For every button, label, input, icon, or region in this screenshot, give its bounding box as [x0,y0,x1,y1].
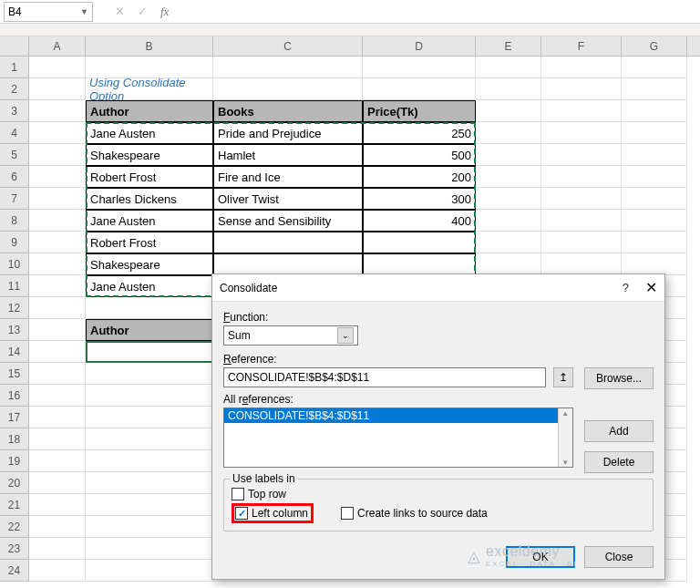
cell[interactable] [29,57,86,78]
row-header[interactable]: 11 [0,275,29,297]
table-cell[interactable]: Robert Frost [86,166,213,188]
cell[interactable] [86,407,213,428]
table-cell[interactable]: Oliver Twist [213,188,363,210]
row-header[interactable]: 17 [0,407,29,428]
chevron-down-icon[interactable]: ⌄ [337,327,354,344]
cell[interactable] [29,253,86,275]
cell[interactable] [622,100,687,122]
row-header[interactable]: 10 [0,253,29,275]
cell[interactable] [622,144,687,166]
cell[interactable] [622,57,687,78]
table-cell[interactable]: 400 [363,210,476,232]
ok-button[interactable]: OK [506,546,575,568]
delete-button[interactable]: Delete [584,451,654,473]
cell[interactable] [86,560,213,582]
select-all-corner[interactable] [0,36,29,56]
row-header[interactable]: 15 [0,363,29,385]
table-cell[interactable] [213,232,363,253]
collapse-dialog-icon[interactable]: ↥ [553,367,573,387]
cancel-icon[interactable]: ✕ [115,5,125,18]
function-select[interactable]: Sum ⌄ [223,325,358,346]
cell[interactable] [541,122,622,144]
row-header[interactable]: 4 [0,122,29,144]
table-cell[interactable]: 500 [363,144,476,166]
cell[interactable] [476,122,541,144]
row-header[interactable]: 7 [0,188,29,210]
allrefs-item[interactable]: CONSOLIDATE!$B$4:$D$11 [224,408,572,423]
cell[interactable] [541,232,622,253]
cell[interactable] [541,144,622,166]
cell[interactable] [29,122,86,144]
row-header[interactable]: 3 [0,100,29,122]
cell[interactable] [622,166,687,188]
cell[interactable] [476,144,541,166]
add-button[interactable]: Add [584,420,654,442]
cell[interactable] [29,341,86,363]
cell[interactable] [541,166,622,188]
cell[interactable] [86,516,213,538]
table-cell[interactable]: Robert Frost [86,232,213,253]
cell[interactable] [622,188,687,210]
cell[interactable] [29,188,86,210]
cell[interactable] [29,275,86,297]
table-cell[interactable]: Fire and Ice [213,166,363,188]
row-header[interactable]: 24 [0,560,29,582]
cell[interactable] [29,319,86,341]
cell[interactable] [476,166,541,188]
cell[interactable] [476,57,541,78]
table-cell[interactable]: Shakespeare [86,144,213,166]
table-cell[interactable]: 250 [363,122,476,144]
reference-input[interactable]: CONSOLIDATE!$B$4:$D$11 [223,367,546,387]
cell[interactable] [541,188,622,210]
help-icon[interactable]: ? [623,281,629,294]
table-cell[interactable]: Sense and Sensibility [213,210,363,232]
cell[interactable] [622,232,687,253]
row-header[interactable]: 18 [0,428,29,450]
summary-header-author[interactable]: Author [86,319,213,341]
row-header[interactable]: 23 [0,538,29,560]
row-header[interactable]: 19 [0,450,29,472]
cell[interactable] [86,297,213,319]
cell[interactable] [541,210,622,232]
scrollbar[interactable]: ▴▾ [558,408,572,467]
cell[interactable] [29,560,86,582]
title-cell[interactable]: Using Consolidate Option [86,78,213,100]
table-cell[interactable]: Charles Dickens [86,188,213,210]
row-header[interactable]: 13 [0,319,29,341]
cell[interactable] [29,385,86,407]
cell-active[interactable] [86,341,213,363]
row-header[interactable]: 9 [0,232,29,253]
cell[interactable] [622,78,687,100]
table-cell[interactable]: Hamlet [213,144,363,166]
create-links-checkbox[interactable] [341,507,354,520]
scroll-up-icon[interactable]: ▴ [563,408,568,418]
cell[interactable] [476,78,541,100]
row-header[interactable]: 16 [0,385,29,407]
cell[interactable] [213,57,363,78]
cell[interactable] [29,166,86,188]
col-header-B[interactable]: B [86,36,213,56]
cell[interactable] [541,100,622,122]
table-header-price[interactable]: Price(Tk) [363,100,476,122]
cell[interactable] [476,232,541,253]
cell[interactable] [86,538,213,560]
table-cell[interactable]: 300 [363,188,476,210]
cell[interactable] [622,253,687,275]
all-references-list[interactable]: CONSOLIDATE!$B$4:$D$11 ▴▾ [223,407,573,468]
table-header-author[interactable]: Author [86,100,213,122]
cell[interactable] [476,100,541,122]
cell[interactable] [363,57,476,78]
col-header-G[interactable]: G [622,36,687,56]
cell[interactable] [476,253,541,275]
cell[interactable] [29,472,86,494]
top-row-checkbox[interactable] [232,488,244,500]
table-cell[interactable]: 200 [363,166,476,188]
col-header-C[interactable]: C [213,36,363,56]
col-header-E[interactable]: E [476,36,541,56]
cell[interactable] [29,297,86,319]
name-box[interactable]: B4 ▼ [4,2,93,22]
cell[interactable] [86,385,213,407]
cell[interactable] [29,516,86,538]
table-cell[interactable]: Jane Austen [86,275,213,297]
cell[interactable] [86,450,213,472]
